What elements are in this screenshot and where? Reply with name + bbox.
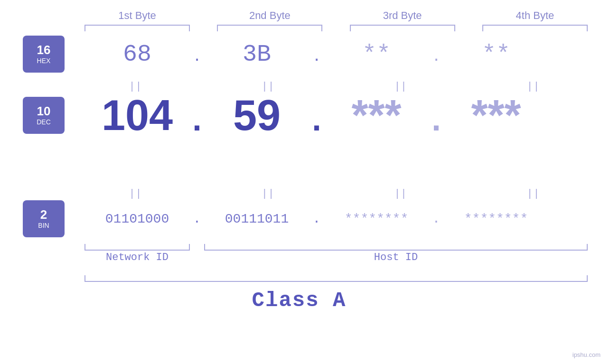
equals-2-b2: || [217,187,322,199]
bin-badge: 2 BIN [23,200,65,237]
byte2-header: 2nd Byte [217,9,322,22]
dec-dot3: . [429,103,443,136]
dec-base-label: DEC [37,118,51,126]
equals-2-b3: || [350,187,455,199]
equals-1-b4: || [482,80,588,92]
bin-b4: ******** [443,212,549,226]
equals-row-1: || || || || [84,80,588,92]
dec-badge: 10 DEC [23,97,65,134]
bin-dot2: . [310,212,324,226]
bin-b1: 01101000 [84,212,190,226]
full-bottom-bracket [84,275,588,282]
equals-2-b4: || [482,187,588,199]
top-bracket-4 [482,25,588,31]
hex-badge: 16 HEX [23,36,65,73]
dec-row: 10 DEC 104 . 59 . *** . *** [23,94,602,137]
bin-row: 2 BIN 01101000 . 00111011 . ******** . *… [23,200,602,237]
class-a-label: Class A [252,289,347,312]
host-bracket [204,244,588,251]
hex-b4: ** [443,41,549,68]
network-bracket [84,244,190,251]
hex-b3: ** [324,41,429,68]
dec-b1: 104 [84,94,190,137]
bin-base-number: 2 [40,208,47,221]
id-labels-row: Network ID Host ID [84,252,588,263]
top-bracket-1 [84,25,190,31]
dec-b3: *** [324,94,429,137]
hex-dot2: . [310,45,324,64]
hex-dot1: . [190,45,204,64]
hex-b2: 3B [204,41,310,68]
byte-headers-row: 1st Byte 2nd Byte 3rd Byte 4th Byte [84,9,588,22]
equals-1-b2: || [217,80,322,92]
hex-base-number: 16 [37,44,51,56]
equals-1-b3: || [350,80,455,92]
dec-b2: 59 [204,94,310,137]
byte3-header: 3rd Byte [350,9,455,22]
equals-1-b1: || [84,80,190,92]
bin-dot3: . [429,212,443,226]
equals-2-b1: || [84,187,190,199]
hex-dot3: . [429,45,443,64]
top-bracket-3 [350,25,455,31]
equals-row-2: || || || || [84,187,588,199]
byte4-header: 4th Byte [482,9,588,22]
page-container: 1st Byte 2nd Byte 3rd Byte 4th Byte 16 H… [0,0,610,364]
watermark: ipshu.com [572,351,601,358]
dec-base-number: 10 [37,105,51,117]
bottom-brackets-row [84,244,588,251]
byte1-header: 1st Byte [84,9,190,22]
top-bracket-2 [217,25,322,31]
hex-row: 16 HEX 68 . 3B . ** . ** [23,36,602,73]
bin-dot1: . [190,212,204,226]
bin-base-label: BIN [38,222,49,229]
top-brackets [84,25,588,31]
hex-base-label: HEX [37,57,51,65]
dec-dot2: . [310,103,324,136]
bin-b3: ******** [324,212,429,226]
dec-b4: *** [443,94,549,137]
network-id-label: Network ID [84,252,190,263]
class-a-container: Class A [0,289,598,312]
hex-b1: 68 [84,41,190,68]
host-id-label: Host ID [204,252,588,263]
bin-b2: 00111011 [204,212,310,226]
dec-dot1: . [190,103,204,136]
